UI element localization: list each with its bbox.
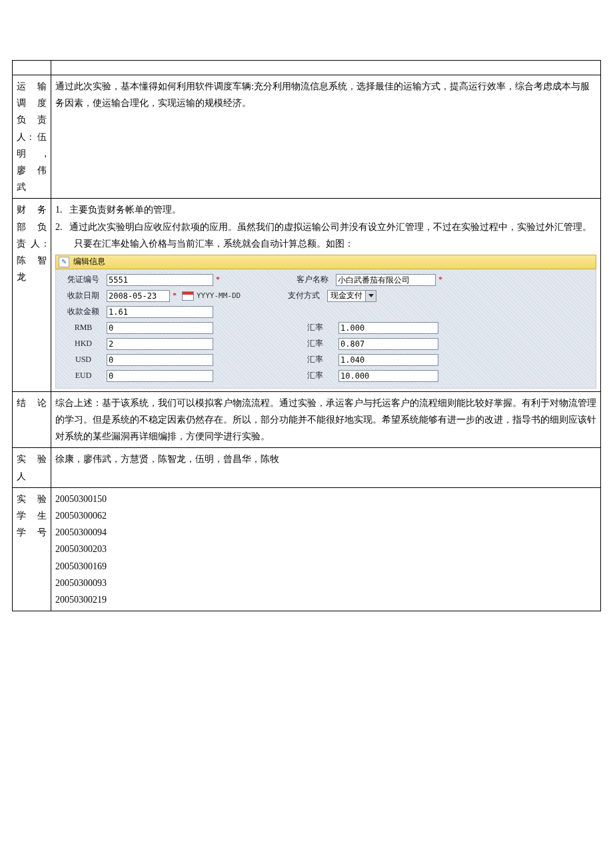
student-id: 20050300169 xyxy=(55,558,596,575)
required-star-icon: * xyxy=(213,273,223,287)
input-hkd-rate[interactable]: 0.807 xyxy=(338,338,438,350)
row-transport: 运 输 调 度 负 责 人: 伍 明 , 廖 伟 武 通过此次实验，基本懂得如何… xyxy=(13,75,601,199)
input-rmb[interactable]: 0 xyxy=(107,322,213,334)
student-id: 20050300093 xyxy=(55,575,596,591)
input-customer-name[interactable]: 小白武番茄有限公司 xyxy=(336,274,436,286)
form-row-2: 收款日期 2008-05-23 * YYYY-MM-DD 支付方式 现金支付 xyxy=(60,288,592,304)
row-conclusion-label: 结论 xyxy=(13,391,51,448)
row-finance-content: 1.主要负责财务帐单的管理。 2.通过此次实验明白应收应付款项的应用。虽然我们的… xyxy=(51,199,601,392)
select-pay-method[interactable]: 现金支付 xyxy=(327,290,376,302)
row-conclusion-content: 综合上述：基于该系统，我们可以模拟客户物流流程。通过实验，承运客户与托运客户的流… xyxy=(51,391,601,448)
row-experimenters-content: 徐康，廖伟武，方慧贤，陈智龙，伍明，曾昌华，陈牧 xyxy=(51,448,601,487)
label-rate-eud: 汇率 xyxy=(292,369,338,383)
list-item: 2.通过此次实验明白应收应付款项的应用。虽然我们的虚拟运输公司并没有设立外汇管理… xyxy=(55,219,596,252)
document-table: 运 输 调 度 负 责 人: 伍 明 , 廖 伟 武 通过此次实验，基本懂得如何… xyxy=(12,60,601,611)
student-id: 20050300094 xyxy=(55,524,596,541)
list-item: 1.主要负责财务帐单的管理。 xyxy=(55,201,596,218)
finance-list: 1.主要负责财务帐单的管理。 2.通过此次实验明白应收应付款项的应用。虽然我们的… xyxy=(55,201,596,252)
label-rmb: RMB xyxy=(60,321,107,335)
row-experimenters-label: 实 验 人 xyxy=(13,448,51,487)
empty-header-row xyxy=(13,61,601,75)
label-rate-rmb: 汇率 xyxy=(292,321,338,335)
input-eud[interactable]: 0 xyxy=(107,370,213,382)
student-id: 20050300219 xyxy=(55,591,596,608)
input-usd-rate[interactable]: 1.040 xyxy=(338,354,438,366)
form-row-hkd: HKD 2 汇率 0.807 xyxy=(60,336,592,352)
row-transport-content: 通过此次实验，基本懂得如何利用软件调度车辆:充分利用物流信息系统，选择最佳的运输… xyxy=(51,75,601,199)
row-student-ids-content: 20050300150 20050300062 20050300094 2005… xyxy=(51,487,601,611)
label-recv-amount: 收款金额 xyxy=(60,305,107,319)
edit-info-form: ✎ 编辑信息 凭证编号 5551 * 客户名称 小白武番茄有限公司 * xyxy=(55,255,596,389)
label-usd: USD xyxy=(60,353,107,367)
student-id: 20050300150 xyxy=(55,491,596,507)
label-rate-hkd: 汇率 xyxy=(292,337,338,351)
input-recv-amount[interactable]: 1.61 xyxy=(107,306,213,318)
student-id: 20050300203 xyxy=(55,541,596,557)
input-eud-rate[interactable]: 10.000 xyxy=(338,370,438,382)
form-header: ✎ 编辑信息 xyxy=(55,255,596,269)
label-hkd: HKD xyxy=(60,337,107,351)
row-finance: 财 务 部 负 责人: 陈 智 龙 1.主要负责财务帐单的管理。 2.通过此次实… xyxy=(13,199,601,392)
calendar-icon[interactable] xyxy=(182,291,194,301)
label-pay-method: 支付方式 xyxy=(281,289,327,303)
label-recv-date: 收款日期 xyxy=(60,289,107,303)
row-student-ids: 实 验 学 生 学号 20050300150 20050300062 20050… xyxy=(13,487,601,611)
required-star-icon: * xyxy=(170,289,179,303)
form-row-rmb: RMB 0 汇率 1.000 xyxy=(60,320,592,336)
input-hkd[interactable]: 2 xyxy=(107,338,213,350)
label-voucher-no: 凭证编号 xyxy=(60,273,107,287)
row-student-ids-label: 实 验 学 生 学号 xyxy=(13,487,51,611)
form-row-usd: USD 0 汇率 1.040 xyxy=(60,352,592,368)
chevron-down-icon xyxy=(365,291,376,301)
label-customer-name: 客户名称 xyxy=(289,273,336,287)
form-row-eud: EUD 0 汇率 10.000 xyxy=(60,368,592,384)
row-transport-label: 运 输 调 度 负 责 人: 伍 明 , 廖 伟 武 xyxy=(13,75,51,199)
input-rmb-rate[interactable]: 1.000 xyxy=(338,322,438,334)
input-recv-date[interactable]: 2008-05-23 xyxy=(107,290,170,302)
form-row-1: 凭证编号 5551 * 客户名称 小白武番茄有限公司 * xyxy=(60,272,592,288)
date-format-hint: YYYY-MM-DD xyxy=(197,289,241,303)
row-finance-label: 财 务 部 负 责人: 陈 智 龙 xyxy=(13,199,51,392)
required-star-icon: * xyxy=(436,273,445,287)
form-title: 编辑信息 xyxy=(73,255,105,269)
row-conclusion: 结论 综合上述：基于该系统，我们可以模拟客户物流流程。通过实验，承运客户与托运客… xyxy=(13,391,601,448)
student-id: 20050300062 xyxy=(55,507,596,524)
label-rate-usd: 汇率 xyxy=(292,353,338,367)
form-row-3: 收款金额 1.61 xyxy=(60,304,592,320)
pencil-icon: ✎ xyxy=(59,257,69,267)
label-eud: EUD xyxy=(60,369,107,383)
form-body: 凭证编号 5551 * 客户名称 小白武番茄有限公司 * 收款日期 2008-0… xyxy=(55,269,596,389)
input-voucher-no[interactable]: 5551 xyxy=(107,274,213,286)
row-experimenters: 实 验 人 徐康，廖伟武，方慧贤，陈智龙，伍明，曾昌华，陈牧 xyxy=(13,448,601,487)
input-usd[interactable]: 0 xyxy=(107,354,213,366)
